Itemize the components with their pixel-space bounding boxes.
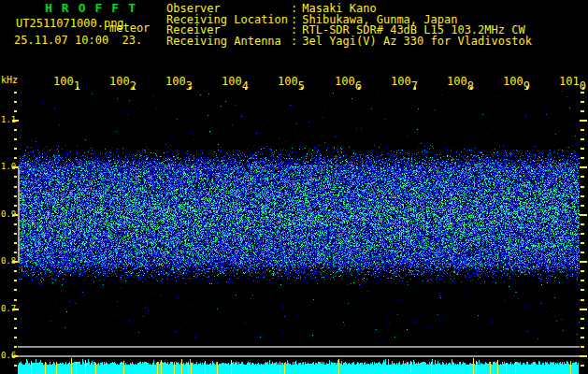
x-tick-label: 1001	[53, 75, 80, 88]
y-minor-tick	[581, 252, 584, 253]
y-major-tick	[580, 261, 587, 263]
y-minor-tick	[14, 289, 17, 291]
y-major-tick	[580, 166, 587, 168]
y-tick-label: 0.9	[1, 209, 16, 219]
y-minor-tick	[581, 299, 584, 301]
y-axis-unit-label: kHz	[1, 75, 18, 85]
x-tick-label: 1002	[109, 75, 136, 88]
y-major-tick	[580, 309, 587, 310]
y-minor-tick	[14, 157, 17, 159]
y-minor-tick	[581, 101, 584, 103]
y-minor-tick	[581, 195, 584, 197]
capture-filename: UT2511071000.png	[16, 17, 124, 30]
y-minor-tick	[14, 186, 17, 188]
meteor-mode-label: meteor	[109, 22, 150, 35]
y-minor-tick	[14, 195, 17, 197]
band-left-edge-line	[18, 168, 20, 263]
y-minor-tick	[581, 318, 584, 320]
y-minor-tick	[581, 365, 584, 367]
y-minor-tick	[14, 138, 17, 140]
y-major-tick	[12, 309, 19, 310]
y-minor-tick	[14, 252, 17, 253]
x-tick-mark	[414, 87, 416, 90]
y-minor-tick	[14, 318, 17, 320]
y-minor-tick	[14, 148, 17, 150]
header-info-block: Observer:Masaki KanoReceiving Location:S…	[166, 4, 532, 47]
x-tick-mark	[358, 87, 360, 90]
y-minor-tick	[14, 346, 17, 348]
y-minor-tick	[14, 233, 17, 235]
datetime-label: 25.11.07 10:00 23.	[14, 34, 142, 47]
info-value: 3el Yagi(V) Az 330 for Vladivostok	[302, 35, 532, 48]
y-minor-tick	[14, 110, 17, 112]
y-minor-tick	[581, 129, 584, 131]
y-minor-tick	[14, 327, 17, 329]
y-tick-label: 0.8	[1, 256, 16, 266]
y-minor-tick	[14, 223, 17, 225]
y-major-tick	[580, 120, 587, 122]
y-minor-tick	[14, 365, 17, 367]
x-tick-mark	[301, 87, 303, 90]
y-minor-tick	[581, 346, 584, 348]
app-title: HROFFT	[45, 1, 145, 15]
y-minor-tick	[14, 176, 17, 178]
x-tick-label: 1010	[559, 75, 586, 88]
y-minor-tick	[581, 176, 584, 178]
y-minor-tick	[581, 327, 584, 329]
y-minor-tick	[581, 148, 584, 150]
x-tick-mark	[133, 87, 135, 90]
y-minor-tick	[14, 299, 17, 301]
spectrogram-canvas	[19, 91, 580, 341]
y-minor-tick	[14, 242, 17, 244]
y-minor-tick	[14, 92, 17, 94]
y-tick-label: 1.1	[1, 115, 16, 124]
header-info-row: Receiving Antenna:3el Yagi(V) Az 330 for…	[166, 36, 532, 48]
x-tick-mark	[245, 87, 247, 90]
y-minor-tick	[581, 110, 584, 112]
x-tick-mark	[470, 87, 472, 90]
y-minor-tick	[581, 205, 584, 207]
y-minor-tick	[14, 337, 17, 338]
y-tick-label: 0.7	[1, 304, 16, 313]
info-label: Receiving Antenna	[166, 36, 291, 48]
y-minor-tick	[581, 92, 584, 94]
y-major-tick	[580, 214, 587, 216]
y-minor-tick	[581, 186, 584, 188]
y-minor-tick	[581, 289, 584, 291]
y-major-tick	[12, 120, 19, 122]
y-tick-label: 0.6	[1, 351, 16, 360]
y-minor-tick	[581, 138, 584, 140]
hrofft-window: HROFFT UT2511071000.png meteor 25.11.07 …	[0, 0, 588, 374]
x-tick-label: 1005	[278, 75, 305, 88]
x-tick-label: 1006	[335, 75, 362, 88]
y-minor-tick	[581, 270, 584, 272]
y-minor-tick	[581, 280, 584, 281]
y-minor-tick	[14, 205, 17, 207]
y-minor-tick	[581, 242, 584, 244]
info-colon: :	[291, 35, 297, 48]
x-tick-mark	[77, 87, 79, 90]
x-tick-label: 1004	[222, 75, 249, 88]
x-tick-label: 1003	[165, 75, 193, 88]
x-tick-mark	[189, 87, 191, 90]
x-tick-label: 1007	[391, 75, 418, 88]
signal-level-strip-canvas	[18, 355, 579, 374]
y-minor-tick	[14, 129, 17, 131]
x-tick-label: 1009	[503, 75, 530, 88]
y-minor-tick	[581, 223, 584, 225]
y-minor-tick	[14, 101, 17, 103]
y-minor-tick	[581, 233, 584, 235]
y-minor-tick	[581, 337, 584, 338]
y-minor-tick	[14, 270, 17, 272]
x-tick-label: 1008	[447, 75, 474, 88]
x-tick-mark	[582, 87, 584, 90]
level-grid-line-upper	[18, 346, 580, 348]
y-major-tick	[580, 355, 587, 357]
y-minor-tick	[14, 280, 17, 281]
y-minor-tick	[581, 157, 584, 159]
x-tick-mark	[526, 87, 528, 90]
y-tick-label: 1.0	[1, 162, 16, 171]
